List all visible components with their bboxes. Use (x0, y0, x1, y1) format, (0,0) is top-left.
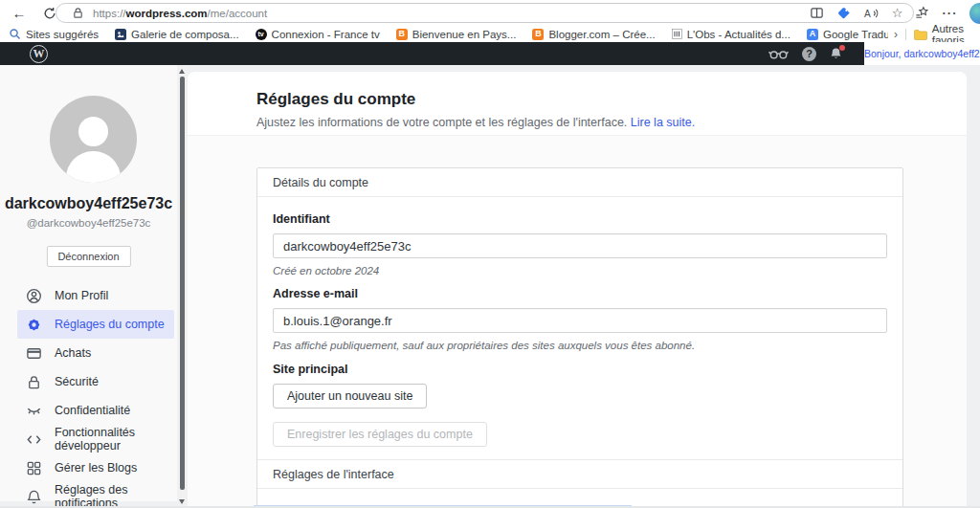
collections-icon[interactable] (914, 5, 930, 21)
section-title-account-details: Détails du compte (257, 168, 902, 197)
sidebar-menu: Mon Profil Réglages du compte Achats Séc… (17, 281, 174, 508)
sidebar-username: darkcowboy4eff25e73c (0, 195, 177, 212)
email-input[interactable] (273, 308, 887, 333)
username-label: Identifiant (273, 212, 887, 226)
bookmark-lobs[interactable]: L'Obs - Actualités d... (672, 29, 791, 40)
bell-icon (26, 489, 42, 505)
wordpress-logo-icon[interactable]: W (30, 45, 48, 63)
bookmark-sites-suggeres[interactable]: Sites suggérés (9, 28, 99, 40)
browser-toolbar: ← https://wordpress.com/me/account A ☆ ·… (0, 0, 980, 26)
section-title-interface-settings: Réglages de l'interface (257, 459, 902, 489)
page-subtitle: Ajustez les informations de votre compte… (256, 116, 967, 129)
sidebar-item-confidentialite[interactable]: Confidentialité (17, 396, 174, 425)
scrollbar-down-arrow-icon[interactable] (179, 499, 185, 504)
scrollbar-up-arrow-icon[interactable] (179, 69, 185, 74)
lock-icon (26, 374, 42, 390)
bookmarks-overflow-chevron[interactable]: › (894, 28, 898, 41)
bookmark-list: Sites suggérés Galerie de composa... tv … (9, 28, 888, 40)
sidebar-item-reglages-des-notifications[interactable]: Réglages des notifications (17, 482, 174, 508)
blogger-icon: B (532, 29, 544, 40)
sidebar-item-gerer-les-blogs[interactable]: Gérer les Blogs (17, 453, 174, 482)
bookmark-bienvenue[interactable]: B Bienvenue en Pays... (396, 29, 517, 40)
username-input[interactable] (273, 233, 887, 258)
masterbar-greeting[interactable]: Bonjour, darkcowboy4eff25e73c (864, 48, 980, 59)
sidebar-item-mon-profil[interactable]: Mon Profil (17, 281, 174, 310)
reader-glasses-icon[interactable] (768, 48, 790, 60)
email-helper: Pas affiché publiquement, sauf aux propr… (273, 340, 887, 351)
address-bar[interactable]: https://wordpress.com/me/account A ☆ (56, 3, 914, 23)
page-title: Réglages du compte (256, 90, 967, 109)
sidebar-item-fonctionnalites-developpeur[interactable]: Fonctionnalités développeur (17, 425, 174, 453)
gear-icon (26, 317, 42, 333)
url-text[interactable]: https://wordpress.com/me/account (93, 8, 267, 19)
account-sidebar: darkcowboy4eff25e73c @darkcowboy4eff25e7… (0, 65, 177, 501)
user-circle-icon (26, 288, 42, 304)
save-account-settings-button[interactable]: Enregistrer les réglages du compte (273, 422, 487, 447)
browser-profile-avatar[interactable] (969, 3, 980, 24)
eye-icon (26, 403, 42, 419)
francetv-icon: tv (256, 29, 267, 40)
bookmark-francetv[interactable]: tv Connexion - France tv (256, 29, 380, 40)
wordpress-masterbar: W ? Bonjour, darkcowboy4eff25e73c (0, 42, 980, 65)
gallery-icon (115, 29, 126, 40)
username-helper: Créé en octobre 2024 (273, 265, 887, 276)
main-panel: Réglages du compte Ajustez les informati… (188, 72, 967, 508)
favorite-star-icon[interactable]: ☆ (889, 5, 905, 21)
bookmark-galerie[interactable]: Galerie de composa... (115, 29, 239, 40)
svg-text:A: A (864, 8, 871, 18)
credit-card-icon (26, 345, 42, 362)
account-details-body: Identifiant Créé en octobre 2024 Adresse… (257, 197, 902, 459)
folder-icon (914, 29, 927, 40)
inner-scrollbar[interactable] (177, 65, 188, 508)
avatar (50, 96, 137, 183)
scrollbar-thumb[interactable] (180, 77, 185, 490)
lobs-icon (672, 29, 682, 39)
notifications-bell-icon[interactable] (829, 47, 843, 61)
main-content: Détails du compte Identifiant Créé en oc… (188, 136, 967, 508)
email-label: Adresse e-mail (273, 287, 887, 300)
account-settings-card: Détails du compte Identifiant Créé en oc… (256, 167, 903, 508)
sidebar-item-reglages-du-compte[interactable]: Réglages du compte (17, 310, 174, 339)
notification-badge (839, 45, 845, 51)
sidebar-handle: @darkcowboy4eff25e73c (0, 217, 177, 229)
more-icon[interactable]: ··· (942, 5, 958, 21)
primary-site-label: Site principal (273, 363, 887, 376)
page-background: darkcowboy4eff25e73c @darkcowboy4eff25e7… (0, 65, 980, 508)
translate-icon: A (807, 29, 818, 40)
read-more-link[interactable]: Lire la suite. (631, 116, 695, 129)
sidebar-item-securite[interactable]: Sécurité (17, 367, 174, 396)
grid-icon (26, 460, 42, 476)
main-header: Réglages du compte Ajustez les informati… (188, 72, 967, 136)
split-screen-icon[interactable] (809, 5, 825, 21)
search-icon (9, 28, 21, 40)
sidebar-item-achats[interactable]: Achats (17, 339, 174, 367)
bookmark-blogger[interactable]: B Blogger.com – Crée... (532, 29, 655, 40)
help-icon[interactable]: ? (802, 47, 816, 61)
blogger-icon: B (396, 29, 408, 40)
back-icon[interactable]: ← (8, 3, 31, 24)
code-icon (26, 431, 42, 448)
bookmarks-bar: Sites suggérés Galerie de composa... tv … (0, 26, 980, 42)
shopping-tag-icon[interactable] (835, 5, 852, 21)
bookmark-google-traduction[interactable]: A Google Traduction (807, 29, 888, 40)
logout-button[interactable]: Déconnexion (46, 246, 130, 267)
add-site-button[interactable]: Ajouter un nouveau site (273, 384, 427, 409)
site-info-lock-icon[interactable] (72, 7, 84, 19)
bookmarks-separator (905, 29, 906, 40)
read-aloud-icon[interactable]: A (862, 5, 879, 21)
